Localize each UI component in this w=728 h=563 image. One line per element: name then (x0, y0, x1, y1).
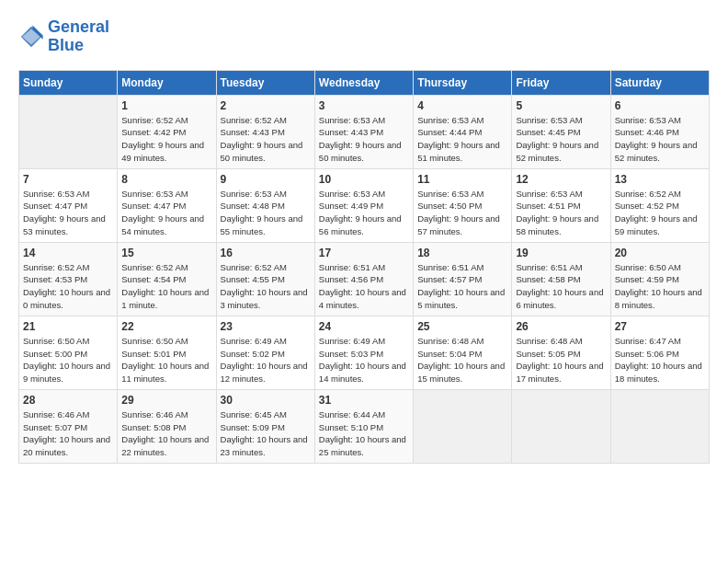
day-header-row: SundayMondayTuesdayWednesdayThursdayFrid… (19, 70, 710, 95)
calendar-cell: 7 Sunrise: 6:53 AM Sunset: 4:47 PM Dayli… (19, 168, 118, 242)
logo-icon (18, 24, 44, 50)
day-info: Sunrise: 6:48 AM Sunset: 5:04 PM Dayligh… (417, 335, 507, 385)
week-row-4: 21 Sunrise: 6:50 AM Sunset: 5:00 PM Dayl… (19, 316, 710, 389)
day-info: Sunrise: 6:50 AM Sunset: 5:00 PM Dayligh… (23, 335, 113, 385)
week-row-3: 14 Sunrise: 6:52 AM Sunset: 4:53 PM Dayl… (19, 242, 710, 316)
day-number: 27 (615, 320, 705, 333)
day-number: 28 (23, 394, 113, 407)
day-info: Sunrise: 6:52 AM Sunset: 4:43 PM Dayligh… (221, 114, 311, 165)
logo-text: General Blue (48, 18, 109, 55)
calendar-cell: 24 Sunrise: 6:49 AM Sunset: 5:03 PM Dayl… (314, 316, 413, 389)
day-info: Sunrise: 6:51 AM Sunset: 4:58 PM Dayligh… (516, 261, 606, 312)
calendar-cell: 22 Sunrise: 6:50 AM Sunset: 5:01 PM Dayl… (118, 316, 216, 389)
calendar-cell: 31 Sunrise: 6:44 AM Sunset: 5:10 PM Dayl… (314, 389, 413, 463)
calendar-cell (414, 389, 512, 463)
calendar-cell: 6 Sunrise: 6:53 AM Sunset: 4:46 PM Dayli… (610, 95, 709, 168)
logo: General Blue (18, 18, 109, 55)
day-number: 4 (417, 99, 507, 112)
day-number: 7 (23, 173, 113, 186)
day-info: Sunrise: 6:53 AM Sunset: 4:49 PM Dayligh… (319, 188, 409, 238)
calendar-cell: 13 Sunrise: 6:52 AM Sunset: 4:52 PM Dayl… (610, 168, 709, 242)
day-info: Sunrise: 6:53 AM Sunset: 4:51 PM Dayligh… (516, 188, 606, 238)
calendar-cell: 19 Sunrise: 6:51 AM Sunset: 4:58 PM Dayl… (512, 242, 610, 316)
day-info: Sunrise: 6:49 AM Sunset: 5:03 PM Dayligh… (319, 335, 409, 385)
day-info: Sunrise: 6:53 AM Sunset: 4:43 PM Dayligh… (319, 114, 409, 165)
day-number: 1 (121, 99, 211, 112)
calendar-cell: 26 Sunrise: 6:48 AM Sunset: 5:05 PM Dayl… (512, 316, 610, 389)
week-row-1: 1 Sunrise: 6:52 AM Sunset: 4:42 PM Dayli… (19, 95, 710, 168)
calendar-cell: 9 Sunrise: 6:53 AM Sunset: 4:48 PM Dayli… (216, 168, 314, 242)
calendar-cell (19, 95, 118, 168)
day-number: 14 (23, 247, 113, 259)
day-info: Sunrise: 6:53 AM Sunset: 4:45 PM Dayligh… (516, 114, 606, 165)
day-number: 15 (121, 247, 211, 259)
day-number: 22 (121, 320, 211, 333)
day-number: 6 (615, 99, 705, 112)
day-info: Sunrise: 6:51 AM Sunset: 4:57 PM Dayligh… (417, 261, 507, 312)
calendar-cell: 10 Sunrise: 6:53 AM Sunset: 4:49 PM Dayl… (314, 168, 413, 242)
day-number: 20 (615, 247, 705, 259)
calendar-cell: 30 Sunrise: 6:45 AM Sunset: 5:09 PM Dayl… (216, 389, 314, 463)
day-info: Sunrise: 6:50 AM Sunset: 5:01 PM Dayligh… (121, 335, 211, 385)
calendar-cell: 20 Sunrise: 6:50 AM Sunset: 4:59 PM Dayl… (610, 242, 709, 316)
week-row-5: 28 Sunrise: 6:46 AM Sunset: 5:07 PM Dayl… (19, 389, 710, 463)
day-info: Sunrise: 6:48 AM Sunset: 5:05 PM Dayligh… (516, 335, 606, 385)
day-number: 17 (319, 247, 409, 259)
day-number: 31 (319, 394, 409, 407)
calendar-cell (610, 389, 709, 463)
col-header-saturday: Saturday (610, 70, 709, 95)
day-number: 11 (417, 173, 507, 186)
day-info: Sunrise: 6:53 AM Sunset: 4:47 PM Dayligh… (121, 188, 211, 238)
day-info: Sunrise: 6:52 AM Sunset: 4:55 PM Dayligh… (221, 261, 311, 312)
day-number: 23 (221, 320, 311, 333)
day-info: Sunrise: 6:47 AM Sunset: 5:06 PM Dayligh… (615, 335, 705, 385)
day-number: 2 (221, 99, 311, 112)
calendar-cell: 1 Sunrise: 6:52 AM Sunset: 4:42 PM Dayli… (118, 95, 216, 168)
day-number: 19 (516, 247, 606, 259)
page-header: General Blue (18, 18, 710, 55)
day-number: 12 (516, 173, 606, 186)
day-number: 10 (319, 173, 409, 186)
calendar-cell: 27 Sunrise: 6:47 AM Sunset: 5:06 PM Dayl… (610, 316, 709, 389)
day-number: 16 (221, 247, 311, 259)
day-number: 8 (121, 173, 211, 186)
day-info: Sunrise: 6:46 AM Sunset: 5:08 PM Dayligh… (121, 408, 211, 459)
day-info: Sunrise: 6:53 AM Sunset: 4:44 PM Dayligh… (417, 114, 507, 165)
calendar-cell: 12 Sunrise: 6:53 AM Sunset: 4:51 PM Dayl… (512, 168, 610, 242)
calendar-cell: 2 Sunrise: 6:52 AM Sunset: 4:43 PM Dayli… (216, 95, 314, 168)
day-number: 18 (417, 247, 507, 259)
day-info: Sunrise: 6:53 AM Sunset: 4:46 PM Dayligh… (615, 114, 705, 165)
day-number: 25 (417, 320, 507, 333)
day-info: Sunrise: 6:52 AM Sunset: 4:53 PM Dayligh… (23, 261, 113, 312)
calendar-cell: 25 Sunrise: 6:48 AM Sunset: 5:04 PM Dayl… (414, 316, 512, 389)
calendar-cell: 5 Sunrise: 6:53 AM Sunset: 4:45 PM Dayli… (512, 95, 610, 168)
week-row-2: 7 Sunrise: 6:53 AM Sunset: 4:47 PM Dayli… (19, 168, 710, 242)
day-number: 21 (23, 320, 113, 333)
day-number: 24 (319, 320, 409, 333)
day-info: Sunrise: 6:45 AM Sunset: 5:09 PM Dayligh… (221, 408, 311, 459)
calendar-cell: 8 Sunrise: 6:53 AM Sunset: 4:47 PM Dayli… (118, 168, 216, 242)
day-info: Sunrise: 6:53 AM Sunset: 4:48 PM Dayligh… (221, 188, 311, 238)
calendar-cell: 15 Sunrise: 6:52 AM Sunset: 4:54 PM Dayl… (118, 242, 216, 316)
day-number: 30 (221, 394, 311, 407)
day-number: 13 (615, 173, 705, 186)
calendar-cell: 16 Sunrise: 6:52 AM Sunset: 4:55 PM Dayl… (216, 242, 314, 316)
day-info: Sunrise: 6:52 AM Sunset: 4:52 PM Dayligh… (615, 188, 705, 238)
day-number: 3 (319, 99, 409, 112)
day-info: Sunrise: 6:49 AM Sunset: 5:02 PM Dayligh… (221, 335, 311, 385)
calendar-cell: 23 Sunrise: 6:49 AM Sunset: 5:02 PM Dayl… (216, 316, 314, 389)
day-number: 5 (516, 99, 606, 112)
day-info: Sunrise: 6:52 AM Sunset: 4:42 PM Dayligh… (121, 114, 211, 165)
col-header-friday: Friday (512, 70, 610, 95)
col-header-monday: Monday (118, 70, 216, 95)
calendar-cell: 21 Sunrise: 6:50 AM Sunset: 5:00 PM Dayl… (19, 316, 118, 389)
day-info: Sunrise: 6:51 AM Sunset: 4:56 PM Dayligh… (319, 261, 409, 312)
calendar-cell (512, 389, 610, 463)
day-info: Sunrise: 6:53 AM Sunset: 4:50 PM Dayligh… (417, 188, 507, 238)
day-number: 9 (221, 173, 311, 186)
calendar-cell: 18 Sunrise: 6:51 AM Sunset: 4:57 PM Dayl… (414, 242, 512, 316)
day-info: Sunrise: 6:50 AM Sunset: 4:59 PM Dayligh… (615, 261, 705, 312)
day-number: 29 (121, 394, 211, 407)
calendar-cell: 17 Sunrise: 6:51 AM Sunset: 4:56 PM Dayl… (314, 242, 413, 316)
calendar-table: SundayMondayTuesdayWednesdayThursdayFrid… (18, 70, 710, 464)
